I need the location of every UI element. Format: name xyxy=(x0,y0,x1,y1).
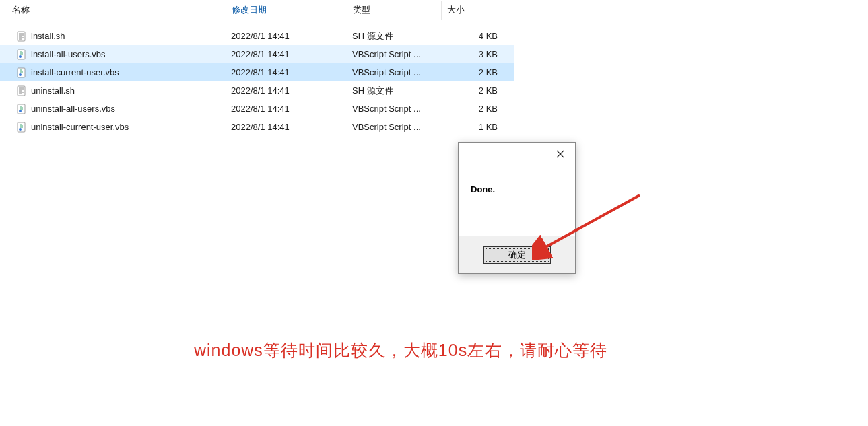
file-type-cell: SH 源文件 xyxy=(347,28,441,44)
file-size-cell: 4 KB xyxy=(441,29,508,43)
svg-point-9 xyxy=(19,128,22,131)
svg-point-2 xyxy=(19,55,22,58)
file-name-cell: install-all-users.vbs xyxy=(0,47,226,62)
file-name-cell: uninstall-all-users.vbs xyxy=(0,102,226,116)
column-header-date[interactable]: 修改日期 xyxy=(226,1,347,20)
file-date-cell: 2022/8/1 14:41 xyxy=(226,102,347,116)
file-name-label: uninstall-current-user.vbs xyxy=(31,122,129,132)
column-header-name[interactable]: 名称 xyxy=(0,1,226,20)
file-row[interactable]: uninstall-all-users.vbs2022/8/1 14:41VBS… xyxy=(0,100,514,118)
file-row[interactable]: install.sh2022/8/1 14:41SH 源文件4 KB xyxy=(0,27,514,45)
file-rows-container: install.sh2022/8/1 14:41SH 源文件4 KBinstal… xyxy=(0,27,514,136)
file-size-cell: 2 KB xyxy=(441,65,508,79)
vbs-file-icon xyxy=(16,67,27,78)
file-row[interactable]: uninstall.sh2022/8/1 14:41SH 源文件2 KB xyxy=(0,81,514,100)
svg-point-4 xyxy=(19,73,22,76)
vbs-file-icon xyxy=(16,49,27,60)
message-dialog: Done. 确定 xyxy=(458,142,576,274)
dialog-message: Done. xyxy=(459,166,575,236)
file-size-cell: 2 KB xyxy=(441,102,508,116)
annotation-text: windows等待时间比较久，大概10s左右，请耐心等待 xyxy=(194,339,607,361)
file-size-cell: 1 KB xyxy=(441,120,508,134)
vbs-file-icon xyxy=(16,122,27,133)
file-type-cell: VBScript Script ... xyxy=(347,102,441,116)
dialog-titlebar xyxy=(459,143,575,166)
file-date-cell: 2022/8/1 14:41 xyxy=(226,47,347,61)
file-row[interactable]: uninstall-current-user.vbs2022/8/1 14:41… xyxy=(0,118,514,136)
column-header-type[interactable]: 类型 xyxy=(347,1,441,20)
file-date-cell: 2022/8/1 14:41 xyxy=(226,83,347,98)
file-date-cell: 2022/8/1 14:41 xyxy=(226,65,347,79)
close-icon xyxy=(556,149,564,160)
file-row[interactable]: install-all-users.vbs2022/8/1 14:41VBScr… xyxy=(0,45,514,63)
svg-point-7 xyxy=(19,110,22,112)
file-row[interactable]: install-current-user.vbs2022/8/1 14:41VB… xyxy=(0,63,514,81)
dialog-close-button[interactable] xyxy=(545,144,575,164)
sh-file-icon xyxy=(16,31,27,42)
file-list-panel: 名称 修改日期 类型 大小 install.sh2022/8/1 14:41SH… xyxy=(0,0,514,136)
file-name-cell: install.sh xyxy=(0,29,226,44)
file-type-cell: VBScript Script ... xyxy=(347,120,441,134)
dialog-ok-button[interactable]: 确定 xyxy=(483,246,551,264)
file-name-label: uninstall-all-users.vbs xyxy=(31,104,115,114)
file-size-cell: 3 KB xyxy=(441,47,508,61)
file-name-label: install-current-user.vbs xyxy=(31,67,119,77)
file-date-cell: 2022/8/1 14:41 xyxy=(226,120,347,134)
vbs-file-icon xyxy=(16,104,27,114)
file-name-cell: uninstall-current-user.vbs xyxy=(0,120,226,135)
file-type-cell: VBScript Script ... xyxy=(347,65,441,79)
file-date-cell: 2022/8/1 14:41 xyxy=(226,29,347,43)
file-name-label: install.sh xyxy=(31,31,65,41)
sh-file-icon xyxy=(16,85,27,96)
file-type-cell: SH 源文件 xyxy=(347,83,441,99)
file-name-label: uninstall.sh xyxy=(31,85,75,96)
file-name-label: install-all-users.vbs xyxy=(31,49,106,59)
column-header-size[interactable]: 大小 xyxy=(441,1,508,20)
file-name-cell: uninstall.sh xyxy=(0,83,226,98)
file-name-cell: install-current-user.vbs xyxy=(0,65,226,80)
column-header-row: 名称 修改日期 类型 大小 xyxy=(0,0,514,20)
file-size-cell: 2 KB xyxy=(441,83,508,98)
file-type-cell: VBScript Script ... xyxy=(347,47,441,61)
dialog-footer: 确定 xyxy=(459,236,575,273)
